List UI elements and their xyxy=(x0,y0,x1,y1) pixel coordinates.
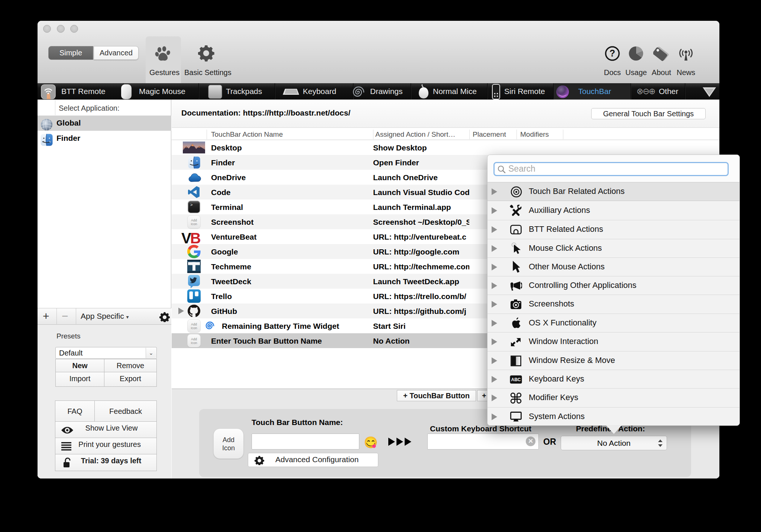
svg-text:?: ? xyxy=(609,48,615,58)
svg-text:>: > xyxy=(190,202,192,207)
svg-text:ABC: ABC xyxy=(511,377,521,382)
